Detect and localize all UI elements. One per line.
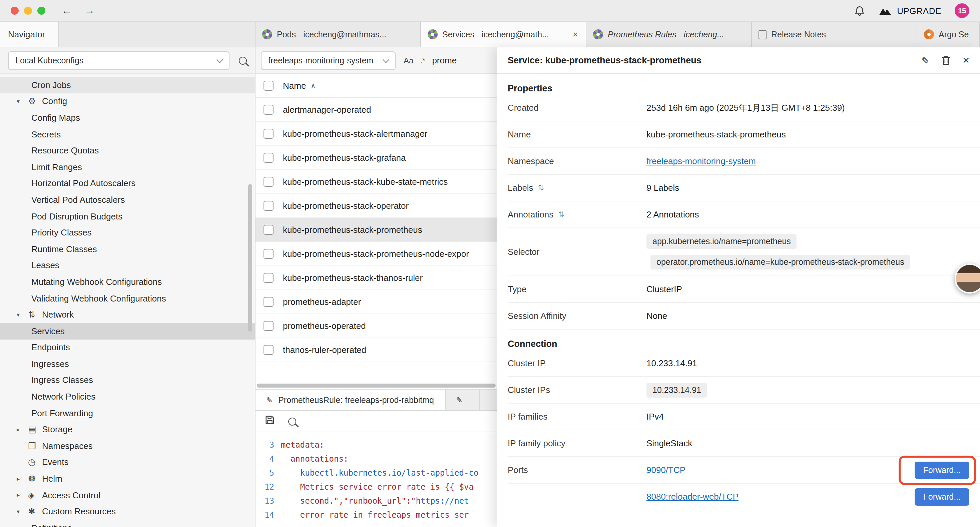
forward-button[interactable]: Forward... (914, 488, 969, 505)
row-checkbox[interactable] (264, 297, 274, 307)
row-checkbox[interactable] (264, 105, 274, 115)
port-link[interactable]: 8080:reloader-web/TCP (646, 492, 738, 502)
table-row[interactable]: kube-prometheus-stack-operator (256, 194, 497, 218)
back-icon[interactable]: ← (61, 5, 72, 17)
row-checkbox[interactable] (264, 129, 274, 139)
table-row[interactable]: thanos-ruler-operated (256, 338, 497, 362)
sidebar-item[interactable]: Config Maps (0, 110, 255, 126)
edit-icon[interactable]: ✎ (922, 55, 929, 66)
sidebar-item[interactable]: ▸ ☸ Helm (0, 471, 255, 487)
sidebar-item[interactable]: Priority Classes (0, 224, 255, 241)
yaml-editor[interactable]: 3 metadata: 4 annotations: 5 kubectl.kub… (256, 432, 497, 527)
save-icon[interactable] (265, 415, 275, 428)
line-number: 12 (256, 482, 281, 491)
close-tab-icon[interactable]: × (571, 29, 579, 39)
upgrade-button[interactable]: UPGRADE (878, 6, 941, 16)
tab-label: Prometheus Rules - icecheng... (608, 30, 745, 39)
sidebar-item-label: Limit Ranges (31, 162, 82, 172)
table-row[interactable]: kube-prometheus-stack-grafana (256, 146, 497, 170)
sidebar-item[interactable]: ◷ Events (0, 454, 255, 470)
row-checkbox[interactable] (264, 153, 274, 163)
forward-icon[interactable]: → (84, 5, 95, 17)
sidebar-scrollbar[interactable] (248, 184, 252, 331)
kubeconfig-selector[interactable]: Local Kubeconfigs (8, 51, 229, 70)
close-window-button[interactable] (11, 7, 19, 15)
editor-search-icon[interactable] (288, 417, 296, 425)
match-case-toggle[interactable]: Aa (404, 56, 413, 65)
notification-count-badge[interactable]: 15 (955, 3, 969, 18)
table-row[interactable]: alertmanager-operated (256, 98, 497, 122)
sidebar-item[interactable]: Secrets (0, 126, 255, 142)
dock-tab[interactable]: ✎ (445, 390, 479, 410)
expand-toggle-icon[interactable]: ⇅ (558, 210, 564, 219)
editor-tab[interactable]: Services - icecheng@math... × (421, 22, 586, 47)
table-row[interactable]: kube-prometheus-stack-prometheus-node-ex… (256, 242, 497, 266)
row-checkbox[interactable] (264, 249, 274, 259)
editor-tab[interactable]: Argo Se (917, 22, 980, 47)
namespace-link[interactable]: freeleaps-monitoring-system (646, 156, 756, 166)
sidebar-item[interactable]: Port Forwarding (0, 405, 255, 421)
row-checkbox[interactable] (264, 273, 274, 283)
sidebar-item[interactable]: Ingress Classes (0, 372, 255, 388)
row-checkbox[interactable] (264, 177, 274, 187)
select-all-checkbox[interactable] (264, 81, 274, 91)
row-checkbox[interactable] (264, 321, 274, 331)
sidebar-item[interactable]: Vertical Pod Autoscalers (0, 191, 255, 208)
sidebar-item[interactable]: ▸ ◈ Access Control (0, 487, 255, 503)
table-row[interactable]: kube-prometheus-stack-alertmanager (256, 122, 497, 146)
selector-chip: operator.prometheus.io/name=kube-prometh… (651, 255, 910, 269)
forward-button[interactable]: Forward... (914, 461, 969, 479)
sidebar-item[interactable]: Limit Ranges (0, 159, 255, 175)
notifications-icon[interactable] (854, 5, 865, 16)
close-icon[interactable]: × (963, 54, 969, 67)
regex-toggle[interactable]: .* (420, 56, 425, 65)
sidebar-item[interactable]: Runtime Classes (0, 241, 255, 257)
sidebar-item[interactable]: Cron Jobs (0, 77, 255, 93)
row-checkbox[interactable] (264, 225, 274, 235)
sidebar-item[interactable]: ▾ ⇅ Network (0, 307, 255, 323)
horizontal-scrollbar[interactable] (256, 382, 497, 389)
row-checkbox[interactable] (264, 345, 274, 355)
sidebar-item[interactable]: Horizontal Pod Autoscalers (0, 175, 255, 191)
sidebar-item[interactable]: Endpoints (0, 339, 255, 355)
namespaces-icon: ❐ (28, 441, 42, 451)
navigator-tree: Cron Jobs ▾ ⚙ Config Config Maps (0, 74, 255, 527)
table-row[interactable]: kube-prometheus-stack-kube-state-metrics (256, 170, 497, 194)
row-label: Namespace (508, 156, 646, 166)
maximize-window-button[interactable] (37, 7, 45, 15)
row-checkbox[interactable] (264, 201, 274, 211)
delete-icon[interactable] (941, 56, 951, 65)
sidebar-item[interactable]: ❐ Namespaces (0, 438, 255, 454)
scrollbar-thumb[interactable] (257, 384, 496, 388)
search-query[interactable]: prome (432, 56, 457, 65)
table-row[interactable]: kube-prometheus-stack-prometheus (256, 218, 497, 242)
sidebar-item[interactable]: ▸ ▤ Storage (0, 421, 255, 438)
port-link[interactable]: 9090/TCP (646, 465, 686, 475)
sidebar-item[interactable]: Mutating Webhook Configurations (0, 274, 255, 290)
namespace-selector[interactable]: freeleaps-monitoring-system (261, 51, 396, 70)
search-icon[interactable] (239, 56, 247, 64)
table-row[interactable]: prometheus-operated (256, 314, 497, 338)
editor-tab[interactable]: Prometheus Rules - icecheng... (586, 22, 752, 47)
minimize-window-button[interactable] (24, 7, 32, 15)
sidebar-item[interactable]: Leases (0, 257, 255, 274)
sidebar-item[interactable]: Definitions (0, 520, 255, 527)
sidebar-item[interactable]: Ingresses (0, 355, 255, 372)
sidebar-item[interactable]: Pod Disruption Budgets (0, 208, 255, 224)
editor-tab[interactable]: Pods - icecheng@mathmas... (256, 22, 421, 47)
service-name: kube-prometheus-stack-prometheus (283, 225, 422, 235)
table-row[interactable]: kube-prometheus-stack-thanos-ruler (256, 266, 497, 290)
expand-toggle-icon[interactable]: ⇅ (538, 183, 544, 192)
table-row[interactable]: prometheus-adapter (256, 290, 497, 314)
row-label: Cluster IPs (508, 385, 646, 395)
sidebar-item[interactable]: Resource Quotas (0, 142, 255, 159)
column-header-name[interactable]: Name ∧ (283, 81, 315, 91)
navigator-tab[interactable]: Navigator (0, 22, 59, 47)
sidebar-item[interactable]: Services (0, 323, 255, 339)
sidebar-item[interactable]: Validating Webhook Configurations (0, 290, 255, 306)
sidebar-item[interactable]: ▾ ⚙ Config (0, 93, 255, 110)
dock-tab[interactable]: ✎ PrometheusRule: freeleaps-prod-rabbitm… (256, 390, 445, 410)
sidebar-item[interactable]: ▾ ✱ Custom Resources (0, 503, 255, 520)
sidebar-item[interactable]: Network Policies (0, 388, 255, 405)
editor-tab[interactable]: Release Notes (752, 22, 917, 47)
